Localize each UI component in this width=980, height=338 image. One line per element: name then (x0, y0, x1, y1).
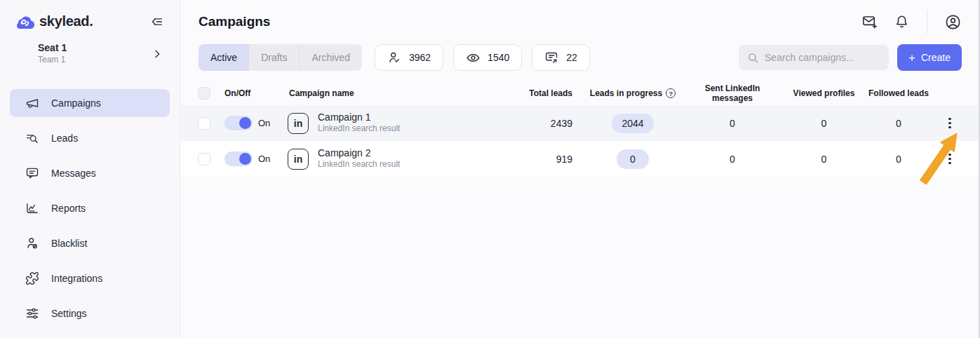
tab-active[interactable]: Active (199, 44, 249, 71)
stat-connections-chip[interactable]: 3962 (375, 44, 443, 71)
page-title: Campaigns (199, 14, 270, 29)
table-header-row: On/Off Campaign name Total leads Leads i… (180, 81, 980, 105)
seat-selector[interactable]: Seat 1 Team 1 (0, 35, 180, 69)
leads-in-progress-badge: 0 (617, 149, 649, 169)
mail-plus-icon[interactable] (861, 13, 878, 30)
sidebar-item-label: Messages (51, 168, 96, 179)
col-leads-in-progress: Leads in progress ? (582, 88, 683, 98)
sent-messages-value: 0 (683, 118, 781, 129)
eye-icon (466, 50, 481, 65)
person-check-icon (387, 50, 402, 65)
status-tabs: Active Drafts Archived (199, 44, 362, 71)
linkedin-icon: in (288, 113, 309, 134)
collapse-sidebar-icon[interactable] (149, 14, 164, 29)
stats-chips: 3962 1540 2 (375, 44, 590, 71)
sent-messages-value: 0 (683, 154, 781, 165)
campaign-toggle[interactable] (224, 151, 253, 166)
col-campaign-name: Campaign name (288, 88, 512, 98)
create-button[interactable]: + Create (897, 44, 962, 71)
tab-archived[interactable]: Archived (299, 44, 361, 71)
toggle-label: On (258, 118, 270, 128)
megaphone-icon (25, 96, 39, 110)
row-checkbox[interactable] (198, 153, 210, 165)
toggle-knob (239, 153, 251, 165)
total-leads-value: 2439 (512, 118, 582, 129)
sidebar-item-leads[interactable]: Leads (10, 124, 170, 152)
message-sent-icon (544, 50, 559, 65)
total-leads-value: 919 (512, 154, 582, 165)
user-avatar-icon[interactable] (944, 13, 962, 31)
sidebar-item-label: Leads (51, 133, 78, 144)
message-bubble-icon (25, 166, 39, 180)
sidebar-item-label: Blacklist (51, 238, 87, 249)
campaign-toggle[interactable] (224, 116, 253, 130)
row-menu-kebab-icon[interactable] (943, 151, 956, 167)
col-onoff: On/Off (224, 88, 288, 98)
stat-value: 3962 (409, 52, 431, 63)
col-sent-messages: Sent LinkedIn messages (683, 83, 781, 103)
col-total-leads: Total leads (512, 88, 582, 98)
sidebar-item-reports[interactable]: Reports (10, 194, 170, 222)
top-bar: Campaigns (180, 0, 980, 43)
leads-in-progress-badge: 2044 (612, 114, 653, 133)
sidebar-nav: Campaigns Leads Messages (0, 89, 180, 327)
col-followed-leads: Followed leads (866, 88, 931, 98)
blacklist-person-icon (25, 236, 39, 250)
row-checkbox[interactable] (198, 117, 210, 130)
campaign-name[interactable]: Campaign 2 (318, 147, 400, 160)
chevron-right-icon[interactable] (152, 48, 163, 60)
linkedin-icon: in (288, 149, 309, 170)
toggle-label: On (258, 154, 270, 164)
bell-icon[interactable] (894, 14, 910, 30)
row-menu-kebab-icon[interactable] (943, 115, 956, 131)
seat-subtitle: Team 1 (38, 55, 67, 66)
campaign-type: LinkedIn search result (318, 123, 400, 135)
main-content: Campaigns (180, 0, 980, 338)
col-viewed-profiles: Viewed profiles (781, 88, 866, 98)
stat-messages-chip[interactable]: 22 (532, 44, 590, 71)
viewed-profiles-value: 0 (781, 154, 866, 165)
stat-value: 1540 (488, 52, 509, 63)
campaign-type: LinkedIn search result (318, 159, 400, 170)
viewed-profiles-value: 0 (781, 118, 866, 129)
table-row[interactable]: On in Campaign 2 LinkedIn search result … (180, 141, 980, 177)
sidebar: skylead. Seat 1 Team 1 Campa (0, 0, 180, 338)
topbar-divider (927, 10, 927, 34)
search-icon (747, 52, 759, 64)
plus-icon: + (908, 52, 915, 64)
followed-leads-value: 0 (866, 154, 931, 165)
sidebar-item-label: Campaigns (51, 97, 101, 109)
cloud-icon (15, 15, 34, 29)
sidebar-item-label: Settings (51, 308, 87, 319)
search-input[interactable] (765, 52, 880, 63)
stat-value: 22 (566, 52, 577, 63)
tab-drafts[interactable]: Drafts (249, 44, 299, 71)
sidebar-item-settings[interactable]: Settings (10, 299, 170, 327)
skylead-logo[interactable]: skylead. (15, 13, 93, 29)
table-row[interactable]: On in Campaign 1 LinkedIn search result … (180, 105, 980, 141)
sidebar-item-label: Integrations (51, 273, 102, 284)
logo-row: skylead. (0, 0, 180, 35)
sidebar-item-campaigns[interactable]: Campaigns (10, 89, 170, 117)
col-leads-in-progress-label: Leads in progress (590, 88, 662, 98)
brand-name: skylead. (39, 13, 93, 29)
reports-chart-icon (25, 201, 39, 215)
create-button-label: Create (921, 52, 951, 63)
campaigns-toolbar: Active Drafts Archived 3962 (180, 43, 980, 72)
leads-search-icon (25, 131, 39, 145)
search-box (739, 45, 889, 70)
sidebar-item-blacklist[interactable]: Blacklist (10, 229, 170, 257)
sidebar-item-messages[interactable]: Messages (10, 159, 170, 187)
seat-title: Seat 1 (38, 42, 67, 55)
campaigns-table: On/Off Campaign name Total leads Leads i… (180, 81, 980, 177)
sidebar-item-label: Reports (51, 203, 86, 214)
select-all-checkbox[interactable] (198, 87, 210, 100)
stat-views-chip[interactable]: 1540 (453, 44, 522, 71)
followed-leads-value: 0 (866, 118, 931, 129)
campaign-name[interactable]: Campaign 1 (318, 111, 400, 124)
sliders-icon (25, 306, 39, 320)
toggle-knob (239, 117, 251, 129)
puzzle-icon (25, 271, 39, 285)
sidebar-item-integrations[interactable]: Integrations (10, 264, 170, 292)
help-icon[interactable]: ? (666, 88, 676, 98)
